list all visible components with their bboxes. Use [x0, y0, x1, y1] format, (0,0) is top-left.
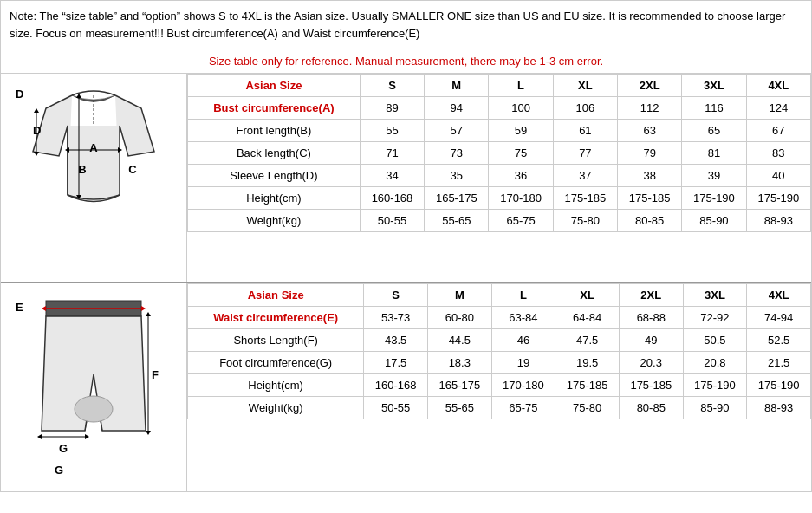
table-cell: 165-175	[425, 187, 489, 210]
shorts-diagram: E F G G	[1, 283, 187, 491]
top-col-xl: XL	[553, 75, 617, 97]
svg-text:D: D	[33, 124, 41, 137]
bottom-col-m: M	[427, 284, 491, 307]
table-cell: 73	[425, 142, 489, 165]
table-cell: 18.3	[427, 352, 491, 374]
svg-marker-23	[146, 312, 151, 316]
table-cell: 74-94	[747, 307, 811, 329]
row-label: Weight(kg)	[188, 210, 361, 232]
table-cell: 112	[618, 97, 682, 120]
top-col-3xl: 3XL	[682, 75, 746, 97]
table-cell: 37	[553, 165, 617, 187]
table-cell: 81	[682, 142, 746, 165]
table-cell: 175-190	[683, 374, 747, 397]
table-cell: 61	[553, 120, 617, 142]
table-cell: 83	[746, 142, 810, 165]
svg-marker-24	[146, 431, 151, 435]
svg-text:C: C	[128, 163, 137, 176]
table-cell: 67	[746, 120, 810, 142]
row-label: Weight(kg)	[188, 397, 364, 419]
row-label: Front length(B)	[188, 120, 361, 142]
bottom-col-2xl: 2XL	[619, 284, 683, 307]
table-cell: 80-85	[619, 397, 683, 419]
table-cell: 47.5	[555, 329, 620, 352]
table-cell: 175-190	[747, 374, 811, 397]
table-cell: 175-185	[555, 374, 620, 397]
table-cell: 57	[425, 120, 489, 142]
table-cell: 100	[489, 97, 553, 120]
table-cell: 50-55	[364, 397, 428, 419]
svg-text:B: B	[78, 163, 86, 176]
table-cell: 170-180	[489, 187, 553, 210]
table-cell: 175-185	[553, 187, 617, 210]
table-cell: 39	[682, 165, 746, 187]
table-row: Height(cm)160-168165-175170-180175-18517…	[188, 374, 811, 397]
table-cell: 35	[425, 165, 489, 187]
svg-text:A: A	[89, 141, 98, 154]
jersey-diagram: A B C D D	[1, 74, 187, 282]
table-cell: 65-75	[491, 397, 555, 419]
table-cell: 88-93	[746, 210, 810, 232]
table-cell: 170-180	[491, 374, 555, 397]
table-cell: 68-88	[619, 307, 683, 329]
table-cell: 94	[425, 97, 489, 120]
top-col-s: S	[360, 75, 424, 97]
svg-point-16	[75, 396, 113, 422]
table-row: Sleeve Length(D)34353637383940	[188, 165, 811, 187]
table-row: Front length(B)55575961636567	[188, 120, 811, 142]
bottom-col-s: S	[364, 284, 428, 307]
table-row: Bust circumference(A)8994100106112116124	[188, 97, 811, 120]
table-row: Height(cm)160-168165-175170-180175-18517…	[188, 187, 811, 210]
table-row: Weight(kg)50-5555-6565-7575-8080-8585-90…	[188, 397, 811, 419]
table-cell: 60-80	[427, 307, 491, 329]
bottom-size-section: E F G G	[1, 283, 811, 491]
table-cell: 64-84	[555, 307, 620, 329]
row-label: Bust circumference(A)	[188, 97, 361, 120]
table-cell: 71	[360, 142, 424, 165]
row-label: Waist circumference(E)	[188, 307, 364, 329]
note-section: Note: The “size table” and “option” show…	[1, 1, 811, 49]
top-asian-size-label: Asian Size	[188, 75, 361, 97]
row-label: Height(cm)	[188, 374, 364, 397]
table-row: Waist circumference(E)53-7360-8063-8464-…	[188, 307, 811, 329]
table-row: Back length(C)71737577798183	[188, 142, 811, 165]
svg-marker-27	[37, 434, 42, 439]
table-cell: 55	[360, 120, 424, 142]
table-cell: 175-190	[682, 187, 746, 210]
table-cell: 52.5	[747, 329, 811, 352]
table-cell: 38	[618, 165, 682, 187]
table-cell: 65	[682, 120, 746, 142]
table-cell: 88-93	[747, 397, 811, 419]
row-label: Height(cm)	[188, 187, 361, 210]
table-cell: 43.5	[364, 329, 428, 352]
table-cell: 49	[619, 329, 683, 352]
table-cell: 89	[360, 97, 424, 120]
table-cell: 21.5	[747, 352, 811, 374]
table-cell: 106	[553, 97, 617, 120]
table-cell: 20.3	[619, 352, 683, 374]
table-cell: 77	[553, 142, 617, 165]
table-cell: 160-168	[364, 374, 428, 397]
row-label: Back length(C)	[188, 142, 361, 165]
table-cell: 160-168	[360, 187, 424, 210]
table-cell: 85-90	[683, 397, 747, 419]
note-text: Note: The “size table” and “option” show…	[10, 10, 785, 40]
table-cell: 55-65	[427, 397, 491, 419]
table-cell: 17.5	[364, 352, 428, 374]
top-col-4xl: 4XL	[746, 75, 810, 97]
table-cell: 175-185	[618, 187, 682, 210]
svg-text:E: E	[16, 301, 23, 314]
table-cell: 63-84	[491, 307, 555, 329]
table-cell: 75-80	[555, 397, 620, 419]
table-cell: 165-175	[427, 374, 491, 397]
table-cell: 124	[746, 97, 810, 120]
table-cell: 53-73	[364, 307, 428, 329]
table-cell: 55-65	[425, 210, 489, 232]
top-col-m: M	[425, 75, 489, 97]
table-cell: 19	[491, 352, 555, 374]
svg-marker-28	[85, 434, 89, 439]
bottom-col-3xl: 3XL	[683, 284, 747, 307]
bottom-col-l: L	[491, 284, 555, 307]
table-cell: 59	[489, 120, 553, 142]
table-cell: 44.5	[427, 329, 491, 352]
